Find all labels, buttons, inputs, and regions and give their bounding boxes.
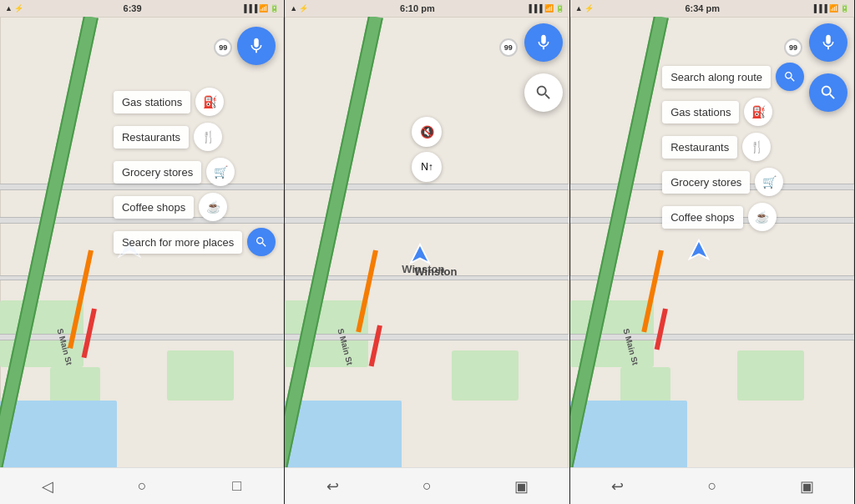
sound-ctrl-2[interactable]: 🔇 [412, 117, 442, 147]
menu-item-restaurants-1[interactable]: Restaurants 🍴 [114, 123, 276, 151]
status-icons-right-3: ▐▐▐ 📶 🔋 [812, 4, 849, 13]
search-icon-3 [819, 83, 837, 102]
h-road-3d [570, 334, 854, 340]
svg-marker-1 [411, 244, 429, 263]
map-green-2b [452, 350, 519, 401]
wifi-icon-1: 📶 [259, 4, 268, 13]
recents-btn-1[interactable]: □ [222, 471, 252, 501]
gas-label-3: Gas stations [662, 101, 739, 123]
gas-icon-btn-1[interactable]: ⛽ [195, 88, 224, 116]
menu-item-grocery-3[interactable]: Grocery stores 🛒 [662, 168, 804, 196]
home-btn-3[interactable]: ○ [697, 471, 727, 501]
mic-icon-1 [247, 37, 266, 55]
fab-mic-2[interactable] [524, 23, 563, 62]
restaurant-icon-btn-1[interactable]: 🍴 [194, 123, 222, 151]
more-label-1: Search for more places [114, 231, 242, 254]
status-bar-3: ▲ ⚡ 6:34 pm ▐▐▐ 📶 🔋 [570, 0, 854, 17]
status-icons-left-1: ▲ ⚡ [5, 4, 23, 13]
map-area-2: S Main St Winston 99 🔇 N↑ Winston [285, 17, 569, 467]
menu-item-coffee-1[interactable]: Coffee shops ☕ [114, 193, 276, 221]
nav-arrow-3 [687, 238, 711, 265]
direction-arrow-2 [408, 242, 432, 265]
more-icon-btn-1[interactable] [247, 228, 276, 256]
time-1: 6:39 [124, 3, 142, 13]
fab-search-2[interactable] [524, 73, 563, 112]
coffee-icon-btn-3[interactable]: ☕ [748, 203, 777, 231]
coffee-label-1: Coffee shops [114, 196, 194, 219]
search-route-label-3: Search along route [662, 66, 771, 88]
bt-icon-1: ⚡ [14, 4, 23, 13]
map-water-3 [570, 401, 687, 467]
menu-item-grocery-1[interactable]: Grocery stores 🛒 [114, 158, 276, 186]
home-btn-1[interactable]: ○ [127, 471, 157, 501]
grocery-icon-btn-1[interactable]: 🛒 [206, 158, 235, 186]
gas-label-1: Gas stations [114, 91, 190, 113]
home-btn-2[interactable]: ○ [412, 471, 442, 501]
nav-icon-3: ▲ [575, 4, 583, 13]
signal-icon-3: ▐▐▐ [812, 4, 827, 13]
map-area-1: S Main St 99 Gas stations ⛽ Restaurants … [0, 17, 284, 467]
mic-icon-3 [819, 33, 837, 52]
wifi-icon-2: 📶 [544, 4, 554, 13]
fab-mic-1[interactable] [237, 27, 276, 65]
bt-icon-3: ⚡ [584, 4, 594, 13]
recents-btn-2[interactable]: ▣ [507, 471, 537, 501]
wifi-icon-3: 📶 [829, 4, 838, 13]
time-2: 6:10 pm [400, 3, 435, 13]
search-route-icon-3 [783, 70, 797, 83]
nav-icon-2: ▲ [290, 4, 297, 13]
winston-label-2: Winston [414, 265, 457, 278]
route-badge-2: 99 [499, 38, 518, 57]
time-3: 6:34 pm [685, 3, 720, 13]
gas-icon-btn-3[interactable]: ⛽ [744, 98, 772, 126]
phone-panel-3: ▲ ⚡ 6:34 pm ▐▐▐ 📶 🔋 S Main St 99 [570, 0, 855, 504]
menu-item-more-1[interactable]: Search for more places [114, 228, 276, 256]
restaurant-icon-btn-3[interactable]: 🍴 [742, 133, 771, 161]
fab-mic-3[interactable] [809, 23, 847, 62]
search-route-icon-btn-3[interactable] [776, 63, 804, 91]
direction-arrow-3 [687, 238, 711, 261]
phone-panel-1: ▲ ⚡ 6:39 ▐▐▐ 📶 🔋 S Main St 99 [0, 0, 285, 504]
status-icons-left-2: ▲ ⚡ [290, 4, 308, 13]
map-water-2 [285, 401, 402, 467]
nav-icon-1: ▲ [5, 4, 13, 13]
nav-bar-3: ↩ ○ ▣ [570, 467, 854, 504]
menu-item-search-route-3[interactable]: Search along route [662, 63, 804, 91]
coffee-icon-btn-1[interactable]: ☕ [199, 193, 227, 221]
back-btn-1[interactable]: ◁ [33, 471, 63, 501]
action-menu-3: Search along route Gas stations ⛽ Restau… [662, 63, 804, 231]
route-badge-3: 99 [784, 38, 802, 57]
menu-item-restaurants-3[interactable]: Restaurants 🍴 [662, 133, 804, 161]
restaurants-label-3: Restaurants [662, 136, 737, 159]
signal-icon-2: ▐▐▐ [527, 4, 543, 13]
status-icons-right-1: ▐▐▐ 📶 🔋 [241, 4, 279, 13]
map-water-1 [0, 401, 117, 467]
map-area-3: S Main St 99 Search along route Gas stat… [570, 17, 854, 467]
signal-icon-1: ▐▐▐ [241, 4, 257, 13]
battery-icon-3: 🔋 [840, 4, 849, 13]
h-road-4 [0, 334, 284, 340]
recents-btn-3[interactable]: ▣ [792, 471, 822, 501]
map-green-2 [167, 350, 234, 401]
h-road-2d [285, 334, 569, 340]
menu-item-gas-3[interactable]: Gas stations ⛽ [662, 98, 804, 126]
back-btn-3[interactable]: ↩ [602, 471, 632, 501]
action-menu-1: Gas stations ⛽ Restaurants 🍴 Grocery sto… [114, 88, 276, 256]
grocery-icon-btn-3[interactable]: 🛒 [755, 168, 783, 196]
search-icon-1 [255, 235, 268, 249]
back-btn-2[interactable]: ↩ [317, 471, 347, 501]
battery-icon-1: 🔋 [270, 4, 279, 13]
restaurants-label-1: Restaurants [114, 126, 189, 149]
nav-bar-2: ↩ ○ ▣ [285, 467, 569, 504]
menu-item-gas-1[interactable]: Gas stations ⛽ [114, 88, 276, 116]
compass-ctrl-2[interactable]: N↑ [412, 152, 442, 182]
mic-icon-2 [534, 33, 553, 52]
bt-icon-2: ⚡ [299, 4, 308, 13]
menu-item-coffee-3[interactable]: Coffee shops ☕ [662, 203, 804, 231]
phone-panel-2: ▲ ⚡ 6:10 pm ▐▐▐ 📶 🔋 S Main St Winston 99 [285, 0, 569, 504]
battery-icon-2: 🔋 [555, 4, 564, 13]
h-road-2a [285, 184, 569, 190]
fab-search-3[interactable] [809, 73, 847, 112]
nav-bar-1: ◁ ○ □ [0, 467, 284, 504]
map-green-3b [737, 350, 804, 401]
